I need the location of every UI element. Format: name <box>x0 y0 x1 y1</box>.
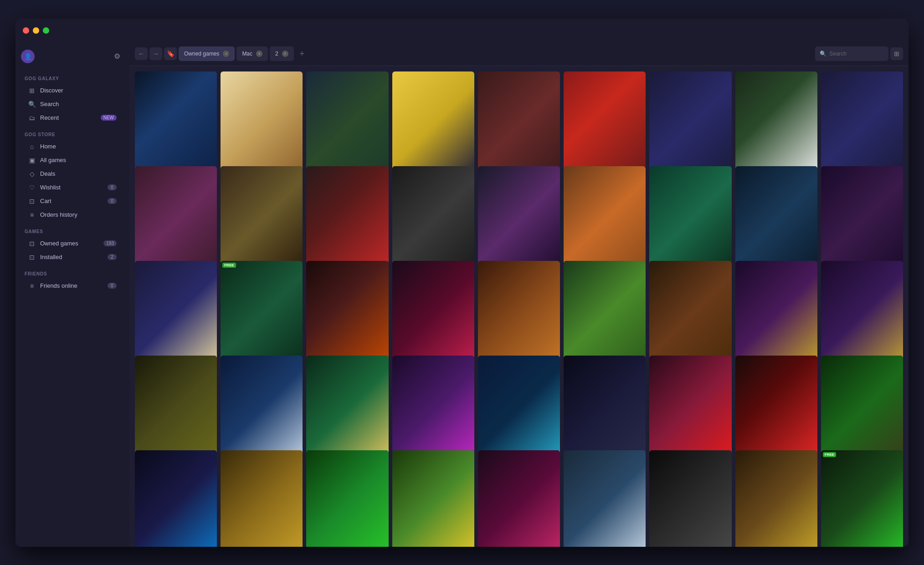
game-card[interactable]: Jazz Jackrabbit <box>306 450 388 547</box>
game-card[interactable]: Elvira <box>392 261 474 370</box>
sidebar-item-installed[interactable]: ⊡ Installed 2 <box>19 250 126 264</box>
tab-2-close[interactable]: × <box>282 51 288 57</box>
sidebar-item-cart[interactable]: ⊡ Cart 0 <box>19 194 126 208</box>
game-card[interactable]: Dungeon Keeper Gold <box>306 261 388 370</box>
settings-button[interactable]: ⚙ <box>110 50 124 63</box>
sidebar-item-recent[interactable]: 🗂 Recent NEW <box>19 111 126 125</box>
game-card[interactable]: Hotline Miami <box>735 356 817 465</box>
game-card[interactable]: Eschalon Book I <box>649 261 731 370</box>
search-input[interactable] <box>829 51 884 57</box>
game-card[interactable]: King's Bounty: The Legend <box>564 450 646 547</box>
search-sidebar-icon: 🔍 <box>28 101 36 108</box>
window-controls <box>23 27 49 34</box>
back-button[interactable]: ← <box>135 47 148 60</box>
game-card[interactable]: Arena <box>478 71 560 181</box>
search-bar: 🔍 <box>815 46 888 61</box>
game-cover: Breach & Clear <box>735 71 817 181</box>
game-card[interactable]: The Hugo Trilogy <box>821 356 903 465</box>
game-cover <box>821 71 903 181</box>
game-card[interactable]: Elvira II <box>478 261 560 370</box>
game-card[interactable]: Beat Cop <box>221 71 303 181</box>
sidebar-item-friends-online[interactable]: ≡ Friends online 0 <box>19 279 126 293</box>
game-card[interactable]: FreePunk <box>392 356 474 465</box>
recent-new-badge: NEW <box>101 115 117 121</box>
game-cover: Frozen Synapse <box>478 356 560 465</box>
game-card[interactable]: Broken Sword <box>135 166 217 275</box>
game-card[interactable]: Jill of the Jungle <box>392 450 474 547</box>
game-card[interactable]: FREE The Temptress <box>821 450 903 547</box>
game-card[interactable]: Broken Sword II <box>221 166 303 275</box>
game-card[interactable]: Indiana Jones: Last Crusade <box>221 450 303 547</box>
game-card[interactable]: Hocus Pocus <box>649 356 731 465</box>
tab-mac[interactable]: Mac × <box>236 46 268 61</box>
game-card[interactable] <box>821 261 903 370</box>
game-card[interactable]: Beneath a Steel Sky <box>392 71 474 181</box>
sidebar-item-wishlist[interactable]: ♡ Wishlist 0 <box>19 181 126 194</box>
game-cover: Beat Cop <box>221 71 303 181</box>
game-cover: Luftrausers <box>735 450 817 547</box>
sidebar-item-search[interactable]: 🔍 Search <box>19 97 126 111</box>
game-card[interactable] <box>821 71 903 181</box>
sidebar-item-deals[interactable]: ◇ Deals <box>19 167 126 181</box>
forward-button[interactable]: → <box>149 47 162 60</box>
tab-2[interactable]: 2 × <box>270 46 294 61</box>
tab-mac-close[interactable]: × <box>256 51 262 57</box>
close-window-button[interactable] <box>23 27 29 34</box>
tab-owned-games-close[interactable]: × <box>223 51 229 57</box>
sidebar-item-home[interactable]: ⌂ Home <box>19 140 126 153</box>
game-card[interactable]: Beautiful Desolation <box>306 71 388 181</box>
game-card[interactable]: Cayne <box>392 166 474 275</box>
game-cover <box>821 261 903 370</box>
game-card[interactable]: Curse of Monkey Island <box>649 166 731 275</box>
game-card[interactable]: Luftrausers <box>735 450 817 547</box>
user-icon: 👤 <box>24 53 32 60</box>
maximize-window-button[interactable] <box>43 27 49 34</box>
tab-2-label: 2 <box>275 51 278 57</box>
game-card[interactable]: Drifter <box>649 71 731 181</box>
game-cover: The Hugo Trilogy <box>821 356 903 465</box>
sidebar-item-discover[interactable]: ⊞ Discover <box>19 84 126 97</box>
sidebar-item-orders-history[interactable]: ≡ Orders history <box>19 208 126 222</box>
game-card[interactable]: Eye of the Beholder 2 <box>735 261 817 370</box>
game-card[interactable]: Flashback <box>221 356 303 465</box>
minimize-window-button[interactable] <box>33 27 39 34</box>
sidebar-item-label-home: Home <box>40 143 56 150</box>
tab-owned-games[interactable]: Owned games × <box>179 46 235 61</box>
game-card[interactable]: LIMBO <box>649 450 731 547</box>
game-card[interactable]: Amazon Queen <box>306 356 388 465</box>
sidebar-item-label-owned: Owned games <box>40 240 78 247</box>
game-card[interactable]: Epic Pinball <box>564 261 646 370</box>
game-card[interactable]: Deep Sky Derelicts <box>821 166 903 275</box>
tab-owned-games-label: Owned games <box>184 51 219 57</box>
filter-button[interactable]: ⊞ <box>890 47 903 60</box>
app-window: 👤 ⚙ GOG GALAXY ⊞ Discover 🔍 Search 🗂 Rec… <box>15 19 909 547</box>
installed-icon: ⊡ <box>28 254 36 261</box>
add-tab-button[interactable]: + <box>296 47 308 60</box>
game-cover: Doomdark's Revenge <box>135 261 217 370</box>
game-card[interactable]: FREE Dragonsphere <box>221 261 303 370</box>
game-card[interactable]: Doomdark's Revenge <box>135 261 217 370</box>
game-cover: Arena <box>478 71 560 181</box>
game-card[interactable]: Eye of Beholder 3 <box>135 356 217 465</box>
game-card[interactable]: Frozen Synapse <box>478 356 560 465</box>
game-cover: Amazon Queen <box>306 356 388 465</box>
game-card[interactable]: Pegasus Prime <box>478 450 560 547</box>
search-icon: 🔍 <box>820 51 826 57</box>
game-card[interactable]: Darwinia <box>735 166 817 275</box>
sidebar-item-owned-games[interactable]: ⊡ Owned games 193 <box>19 237 126 250</box>
game-cover: Drifter <box>649 71 731 181</box>
game-card[interactable]: The Coma 2 <box>478 166 560 275</box>
game-card[interactable]: FTL: Advanced Edition <box>564 356 646 465</box>
sidebar-item-label-discover: Discover <box>40 87 63 94</box>
game-card[interactable]: I Have No Mouth and I Must Scream <box>135 450 217 547</box>
game-cover: The Coma 2 <box>478 166 560 275</box>
bookmark-button[interactable]: 🔖 <box>164 47 177 60</box>
game-card[interactable]: AI War: Fleet Command <box>135 71 217 181</box>
sidebar-item-all-games[interactable]: ▣ All games <box>19 153 126 167</box>
game-card[interactable]: Butcher <box>306 166 388 275</box>
game-card[interactable]: Breach & Clear <box>735 71 817 181</box>
discover-icon: ⊞ <box>28 87 36 94</box>
user-avatar[interactable]: 👤 <box>21 50 35 63</box>
game-card[interactable]: Runner <box>564 71 646 181</box>
game-card[interactable]: Costume Quest <box>564 166 646 275</box>
